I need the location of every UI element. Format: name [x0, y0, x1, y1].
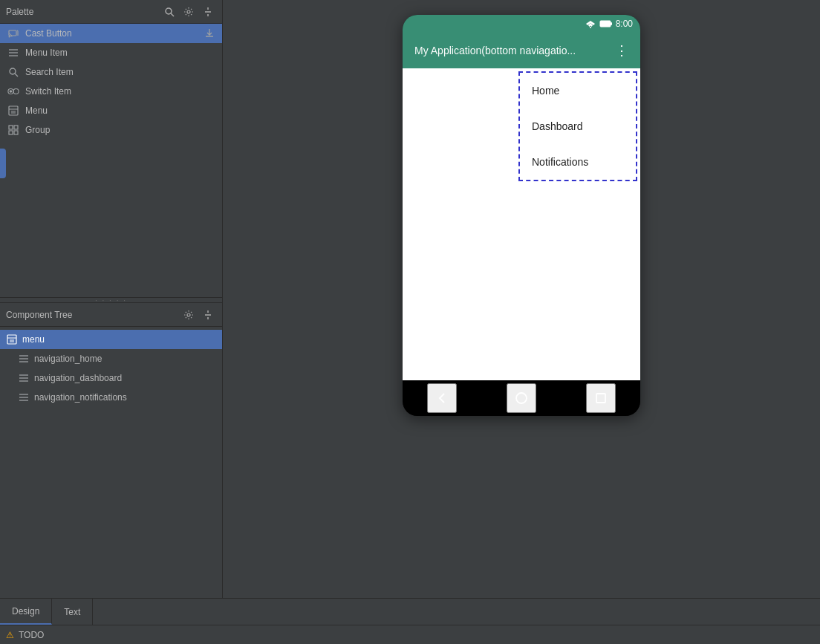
- app-bar-title: My Application(bottom naviagatio...: [414, 45, 576, 56]
- palette-title: Palette: [6, 7, 33, 17]
- todo-warning-icon: ⚠: [6, 630, 14, 640]
- popup-menu-item-home[interactable]: Home: [520, 73, 636, 108]
- todo-label: TODO: [19, 630, 44, 640]
- tree-nav-notifications-label: navigation_notifications: [34, 392, 127, 403]
- tree-nav-home-icon: [18, 353, 30, 365]
- tree-nav-notifications-icon: [18, 391, 30, 403]
- home-circle-icon: [515, 391, 528, 405]
- component-tree-settings-button[interactable]: [180, 308, 197, 322]
- svg-line-12: [15, 74, 18, 77]
- tree-item-navigation-home[interactable]: navigation_home: [0, 349, 222, 368]
- tab-text[interactable]: Text: [52, 599, 93, 625]
- recents-icon: [594, 391, 608, 405]
- search-item-icon: [7, 66, 19, 78]
- tree-item-navigation-notifications[interactable]: navigation_notifications: [0, 388, 222, 407]
- svg-point-7: [9, 36, 10, 38]
- device-status-bar: 8:00: [403, 15, 640, 33]
- tree-item-navigation-dashboard[interactable]: navigation_dashboard: [0, 368, 222, 388]
- svg-rect-6: [9, 30, 16, 36]
- component-tree-pin-button[interactable]: [200, 308, 216, 322]
- svg-rect-16: [9, 106, 18, 115]
- menu-item-label: Menu Item: [25, 48, 68, 58]
- popup-menu-item-notifications[interactable]: Notifications: [520, 144, 636, 180]
- device-content: Home Dashboard Notifications: [403, 68, 640, 380]
- svg-point-11: [10, 68, 16, 74]
- palette-item-group[interactable]: Group: [0, 120, 222, 140]
- menu-item-icon: [7, 47, 19, 59]
- svg-point-0: [166, 8, 172, 14]
- svg-point-14: [10, 90, 13, 93]
- gear-icon: [183, 7, 194, 17]
- home-button[interactable]: [507, 383, 536, 413]
- back-button[interactable]: [427, 383, 457, 413]
- resize-handle[interactable]: · · · · ·: [0, 297, 222, 303]
- popup-home-label: Home: [532, 85, 559, 97]
- tab-design[interactable]: Design: [0, 599, 52, 625]
- tab-text-label: Text: [64, 607, 80, 617]
- cast-button-download-icon: [204, 27, 215, 40]
- component-tree-header: Component Tree: [0, 303, 222, 327]
- svg-rect-47: [596, 394, 605, 403]
- palette-list: Cast Button Men: [0, 24, 222, 297]
- switch-item-label: Switch Item: [25, 86, 71, 97]
- palette-search-button[interactable]: [161, 5, 178, 19]
- svg-rect-21: [14, 126, 18, 129]
- tree-menu-icon: [6, 334, 18, 345]
- component-tree-section: Component Tree: [0, 303, 222, 598]
- search-icon: [164, 7, 175, 17]
- svg-point-43: [590, 27, 591, 28]
- palette-section: Palette: [0, 0, 222, 297]
- svg-rect-44: [600, 21, 611, 27]
- switch-item-icon: [7, 85, 19, 97]
- tree-nav-dashboard-icon: [18, 372, 30, 384]
- svg-point-15: [13, 88, 19, 94]
- todo-bar: ⚠ TODO: [0, 625, 820, 644]
- svg-point-2: [187, 10, 190, 13]
- group-label: Group: [25, 125, 50, 135]
- group-icon: [7, 124, 19, 136]
- app-bar-menu-icon[interactable]: ⋮: [615, 42, 628, 59]
- component-tree-toolbar: [180, 308, 216, 322]
- device-time: 8:00: [616, 19, 633, 29]
- tree-item-menu[interactable]: menu: [0, 330, 222, 349]
- svg-line-1: [171, 13, 174, 16]
- palette-toolbar: [161, 5, 216, 19]
- recents-button[interactable]: [586, 383, 616, 413]
- palette-item-switch-item[interactable]: Switch Item: [0, 82, 222, 101]
- search-item-label: Search Item: [25, 67, 74, 77]
- tree-menu-label: menu: [22, 334, 45, 345]
- palette-item-menu[interactable]: Menu: [0, 101, 222, 120]
- battery-icon: [599, 19, 613, 28]
- palette-item-menu-item[interactable]: Menu Item: [0, 43, 222, 62]
- menu-label: Menu: [25, 105, 48, 116]
- main-layout: Palette: [0, 0, 820, 598]
- canvas-area[interactable]: 8:00 My Application(bottom naviagatio...…: [223, 0, 820, 598]
- android-device: 8:00 My Application(bottom naviagatio...…: [403, 15, 640, 416]
- tree-pin-icon: [203, 310, 213, 320]
- palette-item-search-item[interactable]: Search Item: [0, 62, 222, 82]
- svg-rect-45: [611, 22, 612, 25]
- tab-design-label: Design: [12, 606, 39, 617]
- left-edge-indicator: [0, 149, 6, 178]
- popup-notifications-label: Notifications: [532, 156, 588, 168]
- tree-gear-icon: [183, 310, 194, 320]
- svg-rect-20: [9, 126, 13, 129]
- palette-pin-button[interactable]: [200, 5, 216, 19]
- palette-item-cast-button[interactable]: Cast Button: [0, 24, 222, 43]
- svg-rect-22: [9, 131, 13, 134]
- left-panel: Palette: [0, 0, 223, 598]
- tree-nav-home-label: navigation_home: [34, 354, 102, 364]
- popup-menu: Home Dashboard Notifications: [518, 71, 637, 181]
- tree-nav-dashboard-label: navigation_dashboard: [34, 373, 122, 383]
- palette-settings-button[interactable]: [180, 5, 197, 19]
- popup-menu-item-dashboard[interactable]: Dashboard: [520, 108, 636, 144]
- bottom-tabs: Design Text: [0, 598, 820, 625]
- status-icons: 8:00: [585, 19, 633, 29]
- svg-rect-28: [7, 335, 16, 344]
- device-nav-bar: [403, 380, 640, 416]
- wifi-icon: [585, 19, 596, 28]
- tree-list: menu navigation_home: [0, 327, 222, 598]
- cast-button-label: Cast Button: [25, 28, 72, 39]
- component-tree-title: Component Tree: [6, 310, 72, 320]
- pin-icon: [203, 7, 213, 17]
